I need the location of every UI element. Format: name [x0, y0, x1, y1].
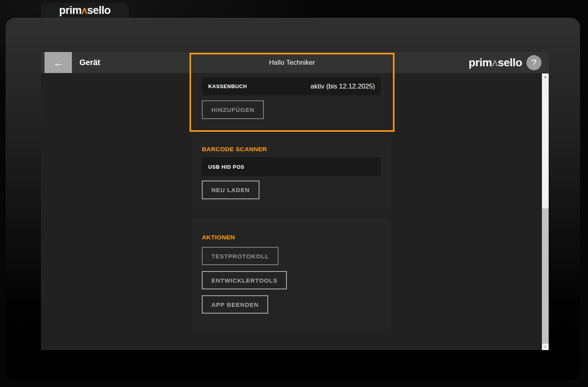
header-logo-text-post: sello — [498, 56, 522, 69]
actions-heading: AKTIONEN — [202, 234, 381, 241]
primasello-header-logo: primΛsello — [469, 56, 522, 69]
barcode-scanner-card: BARCODE SCANNER USB HID POS NEU LADEN — [192, 137, 391, 209]
actions-button-list: TESTPROTOKOLL ENTWICKLERTOOLS APP BEENDE… — [202, 247, 381, 314]
app-beenden-button[interactable]: APP BEENDEN — [202, 295, 268, 314]
primasello-header-mark-icon: Λ — [492, 58, 497, 68]
greeting-text: Hallo Techniker — [190, 52, 395, 73]
testprotokoll-button[interactable]: TESTPROTOKOLL — [202, 247, 279, 265]
kassenbuch-status: aktiv (bis 12.12.2025) — [310, 83, 375, 90]
logo-text-pre: prim — [59, 4, 82, 16]
button-row: TESTPROTOKOLL — [202, 247, 381, 265]
actions-card: AKTIONEN TESTPROTOKOLL ENTWICKLERTOOLS A… — [192, 218, 391, 330]
vertical-scrollbar[interactable]: ▲ ▼ — [542, 73, 549, 350]
header-logo-text-pre: prim — [469, 56, 492, 69]
logo-text-post: sello — [87, 4, 110, 16]
page-title: Gerät — [79, 52, 100, 73]
entwicklertools-button[interactable]: ENTWICKLERTOOLS — [202, 271, 287, 289]
hinzufuegen-button[interactable]: HINZUFÜGEN — [202, 100, 264, 119]
header-right-group: primΛsello ? — [469, 52, 542, 73]
help-button[interactable]: ? — [526, 55, 542, 70]
primasello-mark-icon: Λ — [81, 6, 87, 16]
device-settings-page: ← Gerät Hallo Techniker primΛsello ? KAS… — [41, 52, 549, 350]
kassenbuch-card: KASSENBUCH aktiv (bis 12.12.2025) HINZUF… — [192, 73, 391, 128]
scroll-down-arrow-icon[interactable]: ▼ — [542, 344, 549, 350]
back-arrow-icon: ← — [53, 58, 64, 68]
scroll-up-arrow-icon[interactable]: ▲ — [542, 73, 549, 80]
kassenbuch-row[interactable]: KASSENBUCH aktiv (bis 12.12.2025) — [202, 77, 381, 95]
app-header: ← Gerät Hallo Techniker primΛsello ? — [41, 52, 549, 73]
scanner-device-row[interactable]: USB HID POS — [202, 157, 381, 176]
barcode-scanner-heading: BARCODE SCANNER — [202, 146, 381, 153]
app-tab[interactable]: primΛsello — [41, 3, 129, 18]
kassenbuch-row-label: KASSENBUCH — [208, 83, 247, 89]
primasello-logo: primΛsello — [59, 4, 110, 17]
button-row: ENTWICKLERTOOLS — [202, 271, 381, 289]
button-row: APP BEENDEN — [202, 295, 381, 314]
neu-laden-button[interactable]: NEU LADEN — [202, 181, 259, 199]
desktop-background: primΛsello ← Gerät Hallo Techniker primΛ… — [0, 0, 588, 387]
scrollbar-thumb[interactable] — [542, 208, 549, 344]
back-button[interactable]: ← — [44, 52, 72, 73]
scanner-device-label: USB HID POS — [208, 164, 244, 170]
